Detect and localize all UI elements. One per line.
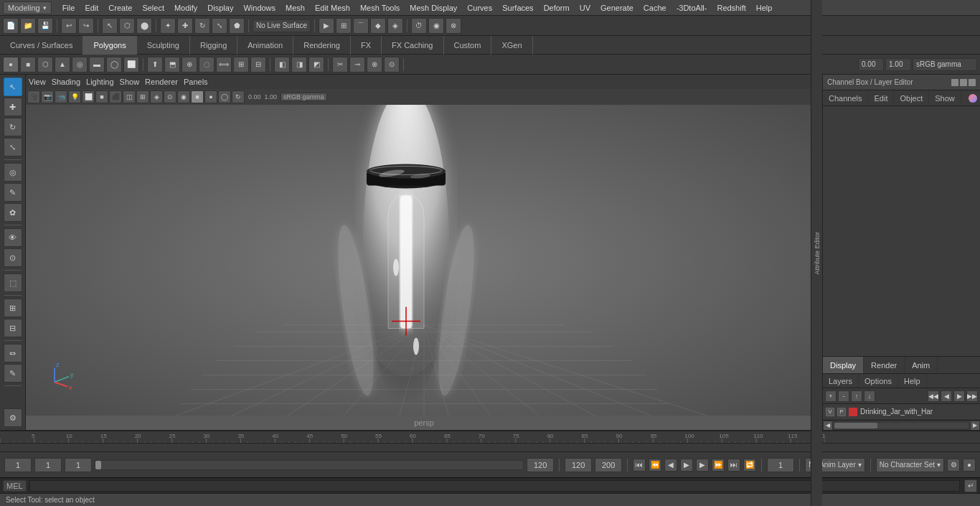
tab-curves-surfaces[interactable]: Curves / Surfaces — [0, 36, 83, 55]
layer-visibility-btn[interactable]: V — [826, 408, 834, 416]
layers-sub-tab[interactable]: Layers — [823, 374, 859, 388]
mirror-btn[interactable]: ⟺ — [216, 57, 232, 72]
scroll-track[interactable] — [834, 423, 969, 428]
marquee-btn[interactable]: ⬚ — [4, 273, 22, 292]
snap-together-btn[interactable]: ⊞ — [4, 299, 22, 317]
layer-anim-left-btn[interactable]: ◀◀ — [928, 390, 939, 402]
vp-menu-panels[interactable]: Panels — [184, 78, 208, 86]
combine-btn[interactable]: ⊞ — [233, 57, 249, 72]
attribute-editor-strip[interactable]: Attribute Editor — [811, 75, 822, 430]
cut-btn[interactable]: ✂ — [332, 57, 348, 72]
vp-menu-view[interactable]: View — [29, 78, 46, 86]
show-hide-btn[interactable]: 👁 — [4, 228, 22, 247]
edge-sel-btn[interactable]: ◨ — [291, 57, 307, 72]
vp-menu-lighting[interactable]: Lighting — [86, 78, 114, 86]
anim-end-field[interactable] — [565, 458, 592, 472]
frame-slider-pos[interactable] — [65, 458, 92, 472]
cb-tab-object[interactable]: Object — [894, 90, 929, 106]
vp-shade2-btn[interactable]: ◉ — [177, 90, 190, 103]
layer-down-btn[interactable]: ↓ — [864, 390, 875, 402]
redo-btn[interactable]: ↪ — [78, 18, 94, 34]
move-tool-btn[interactable]: ✚ — [4, 98, 22, 116]
snap-grid-btn[interactable]: ⊞ — [336, 18, 352, 34]
workspace-selector[interactable]: Modeling ▾ — [3, 1, 52, 14]
menu-uv[interactable]: UV — [575, 2, 595, 14]
cb-maximize-btn[interactable] — [969, 79, 976, 86]
lasso-btn[interactable]: ⬡ — [119, 18, 135, 34]
isolate-btn[interactable]: ⊙ — [4, 248, 22, 267]
magnet-btn[interactable]: ✦ — [160, 18, 176, 34]
cylinder-btn[interactable]: ⬡ — [37, 57, 53, 72]
menu-modify[interactable]: Modify — [169, 2, 202, 14]
save-file-btn[interactable]: 💾 — [37, 18, 53, 34]
cb-close-btn[interactable] — [951, 79, 958, 86]
autokey-btn[interactable]: ● — [963, 459, 976, 472]
vp-grid-btn[interactable]: ⊞ — [136, 90, 149, 103]
tab-sculpting[interactable]: Sculpting — [137, 36, 190, 55]
vert-sel-btn[interactable]: ◩ — [308, 57, 324, 72]
tab-polygons[interactable]: Polygons — [83, 36, 136, 55]
disk-btn[interactable]: ◯ — [106, 57, 122, 72]
play-btn[interactable]: ▶ — [680, 459, 693, 472]
menu-mesh[interactable]: Mesh — [281, 2, 310, 14]
tab-animation[interactable]: Animation — [237, 36, 293, 55]
render-btn[interactable]: ▶ — [319, 18, 334, 34]
vp-isolate-btn[interactable]: ⊙ — [164, 90, 176, 103]
mel-label[interactable]: MEL — [3, 480, 27, 492]
menu-help[interactable]: Help — [751, 2, 778, 14]
snap-btn[interactable]: ⬤ — [136, 18, 152, 34]
vp-aa-btn[interactable]: ◈ — [150, 90, 163, 103]
menu-curves[interactable]: Curves — [462, 2, 497, 14]
history-btn[interactable]: ⏱ — [411, 18, 427, 34]
rotate-btn[interactable]: ↻ — [194, 18, 210, 34]
bridge-btn[interactable]: ⬒ — [164, 57, 180, 72]
menu-create[interactable]: Create — [103, 2, 137, 14]
torus-btn[interactable]: ◎ — [72, 57, 88, 72]
prev-frame-btn[interactable]: ◀ — [664, 459, 677, 472]
vp-dot-btn[interactable]: ● — [204, 90, 217, 103]
menu-edit-mesh[interactable]: Edit Mesh — [310, 2, 355, 14]
vp-circle-btn[interactable]: ◯ — [218, 90, 231, 103]
menu-windows[interactable]: Windows — [238, 2, 281, 14]
le-tab-anim[interactable]: Anim — [905, 357, 938, 373]
menu-file[interactable]: File — [57, 2, 80, 14]
scroll-left-btn[interactable]: ◀ — [823, 421, 833, 431]
scale-tool-btn[interactable]: ⤡ — [4, 138, 22, 156]
frame-start-field[interactable] — [4, 458, 32, 472]
loop-btn[interactable]: 🔁 — [743, 459, 756, 472]
layer-p-btn[interactable]: P — [837, 408, 846, 416]
align-btn[interactable]: ⊟ — [4, 319, 22, 337]
vp-menu-renderer[interactable]: Renderer — [145, 78, 178, 86]
pipe-btn[interactable]: ⬜ — [123, 57, 139, 72]
vp-shade-btn[interactable]: ■ — [95, 90, 108, 103]
vp-menu-show[interactable]: Show — [120, 78, 140, 86]
snap-surface-btn[interactable]: ◈ — [387, 18, 403, 34]
tab-fx[interactable]: FX — [351, 36, 382, 55]
tab-fx-caching[interactable]: FX Caching — [382, 36, 443, 55]
snap-point-btn[interactable]: ◆ — [370, 18, 386, 34]
scale-btn[interactable]: ⤡ — [212, 18, 227, 34]
measure-btn[interactable]: ⇔ — [4, 344, 22, 362]
anim-length-field[interactable] — [595, 458, 622, 472]
vp-cam3-btn[interactable]: 📹 — [55, 90, 67, 103]
tab-xgen[interactable]: XGen — [491, 36, 532, 55]
options-sub-tab[interactable]: Options — [859, 374, 898, 388]
le-tab-render[interactable]: Render — [864, 357, 905, 373]
scroll-thumb[interactable] — [834, 423, 877, 428]
vp-lighting-btn[interactable]: 💡 — [68, 90, 81, 103]
insert-loop-btn[interactable]: ⊗ — [367, 57, 382, 72]
frame-current-field[interactable] — [34, 458, 62, 472]
menu-3dtoall[interactable]: -3DtoAll- — [672, 2, 712, 14]
vp-camera-btn[interactable]: 🎥 — [27, 90, 40, 103]
paint-btn[interactable]: ✎ — [4, 183, 22, 202]
connect-btn[interactable]: ⊸ — [349, 57, 365, 72]
no-character-set-dropdown[interactable]: No Character Set ▾ — [876, 458, 944, 472]
time-slider[interactable] — [95, 460, 524, 470]
undo-btn[interactable]: ↩ — [61, 18, 77, 34]
nodestate-btn[interactable]: ◉ — [428, 18, 444, 34]
menu-cache[interactable]: Cache — [639, 2, 672, 14]
next-key-btn[interactable]: ⏩ — [712, 459, 725, 472]
cb-tab-channels[interactable]: Channels — [823, 90, 868, 106]
layer-new-btn[interactable]: + — [825, 390, 837, 402]
vp-color-btn[interactable]: ■ — [191, 90, 204, 103]
